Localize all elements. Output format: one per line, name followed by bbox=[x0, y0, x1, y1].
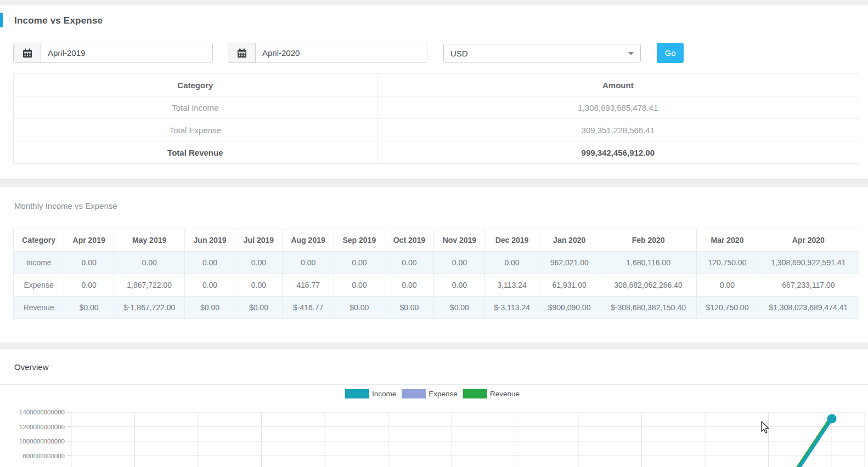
summary-category: Total Expense bbox=[14, 119, 377, 141]
cell-value: $0.00 bbox=[235, 297, 282, 319]
cell-value: 120,750.00 bbox=[697, 252, 758, 274]
cell-value: 0.00 bbox=[434, 252, 485, 274]
table-row: Total Income 1,308,693,685,478.41 bbox=[14, 96, 859, 119]
legend-label: Revenue bbox=[490, 390, 520, 398]
cell-value: $0.00 bbox=[334, 297, 385, 319]
income-vs-expense-panel: Income vs Expense bbox=[0, 5, 868, 179]
legend-item-expense[interactable]: Expense bbox=[402, 389, 458, 398]
table-row: Income0.000.000.000.000.000.000.000.000.… bbox=[14, 252, 859, 274]
column-header: Nov 2019 bbox=[434, 229, 485, 252]
summary-category: Total Income bbox=[14, 96, 377, 119]
column-header: Oct 2019 bbox=[385, 229, 434, 252]
summary-amount: 1,308,693,685,478.41 bbox=[377, 96, 859, 119]
column-header: Category bbox=[14, 229, 64, 252]
legend-label: Expense bbox=[429, 390, 458, 398]
monthly-section-title: Monthly Income vs Expense bbox=[0, 187, 868, 210]
column-header: Feb 2020 bbox=[600, 229, 697, 252]
cell-value: 667,233,117.00 bbox=[758, 274, 859, 297]
column-header: Jul 2019 bbox=[235, 229, 282, 252]
line-chart-canvas[interactable]: 1400000000000120000000000010000000000008… bbox=[0, 405, 868, 467]
y-axis-label: 1200000000000 bbox=[19, 424, 65, 430]
column-header: Dec 2019 bbox=[485, 229, 539, 252]
cell-value: 3,113.24 bbox=[485, 274, 539, 297]
chart-legend: IncomeExpenseRevenue bbox=[0, 389, 868, 398]
cell-value: 1,308,690,922,591.41 bbox=[758, 252, 859, 274]
cell-value: 0.00 bbox=[283, 252, 334, 274]
panel-title-row: Income vs Expense bbox=[0, 5, 868, 26]
currency-select[interactable]: USD bbox=[443, 44, 641, 62]
overview-header: Overview bbox=[0, 349, 868, 385]
column-header: Jan 2020 bbox=[539, 229, 600, 252]
cell-value: 0.00 bbox=[64, 274, 114, 297]
summary-header-row: Category Amount bbox=[14, 74, 859, 96]
legend-item-revenue[interactable]: Revenue bbox=[463, 389, 520, 398]
legend-swatch-icon bbox=[463, 389, 487, 398]
filters-row: USD Go bbox=[0, 43, 868, 65]
cell-value: 416.77 bbox=[283, 274, 334, 297]
cell-value: 61,931.00 bbox=[539, 274, 600, 297]
currency-selected-value: USD bbox=[450, 49, 468, 58]
overview-title: Overview bbox=[0, 362, 49, 372]
cell-value: 0.00 bbox=[185, 252, 235, 274]
y-axis-label: 1400000000000 bbox=[19, 409, 65, 415]
data-point-marker[interactable] bbox=[827, 414, 837, 424]
chevron-down-icon bbox=[628, 52, 634, 55]
column-header: Apr 2020 bbox=[758, 229, 859, 252]
row-label: Expense bbox=[14, 274, 64, 297]
from-date-group bbox=[13, 43, 213, 63]
column-header: May 2019 bbox=[114, 229, 184, 252]
from-date-calendar-addon[interactable] bbox=[14, 43, 41, 62]
cell-value: 0.00 bbox=[385, 252, 434, 274]
legend-swatch-icon bbox=[402, 389, 426, 398]
page-title: Income vs Expense bbox=[14, 15, 103, 26]
legend-label: Income bbox=[372, 390, 396, 398]
cell-value: $0.00 bbox=[385, 297, 434, 319]
column-header: Mar 2020 bbox=[697, 229, 758, 252]
cell-value: 308,682,062,266.40 bbox=[600, 274, 697, 297]
income-vs-expense-page: { "header": { "title": "Income vs Expens… bbox=[0, 0, 868, 467]
calendar-icon bbox=[22, 48, 32, 58]
row-label: Revenue bbox=[14, 297, 64, 319]
title-accent-bar bbox=[0, 13, 3, 27]
series-line-revenue bbox=[70, 419, 830, 467]
cell-value: 0.00 bbox=[185, 274, 235, 297]
cell-value: 0.00 bbox=[235, 252, 282, 274]
cell-value: 0.00 bbox=[434, 274, 485, 297]
cell-value: 0.00 bbox=[235, 274, 282, 297]
cell-value: 0.00 bbox=[385, 274, 434, 297]
summary-amount: 999,342,456,912.00 bbox=[377, 141, 859, 164]
monthly-table: CategoryApr 2019May 2019Jun 2019Jul 2019… bbox=[13, 229, 859, 319]
cell-value: 1,680,116.00 bbox=[600, 252, 697, 274]
cell-value: 0.00 bbox=[64, 252, 114, 274]
cell-value: 0.00 bbox=[114, 252, 184, 274]
legend-item-income[interactable]: Income bbox=[345, 389, 396, 398]
summary-header-amount: Amount bbox=[377, 74, 859, 96]
table-row: Total Expense 309,351,228,566.41 bbox=[14, 119, 859, 141]
go-button[interactable]: Go bbox=[657, 43, 684, 63]
monthly-header-row: CategoryApr 2019May 2019Jun 2019Jul 2019… bbox=[14, 229, 859, 252]
summary-table: Category Amount Total Income 1,308,693,6… bbox=[13, 73, 859, 164]
table-row: Total Revenue 999,342,456,912.00 bbox=[14, 141, 859, 164]
calendar-icon bbox=[237, 48, 247, 58]
overview-chart: IncomeExpenseRevenue 1400000000000120000… bbox=[0, 385, 868, 467]
cell-value: $-416.77 bbox=[283, 297, 334, 319]
y-axis-label: 1000000000000 bbox=[19, 438, 65, 445]
cell-value: $120,750.00 bbox=[697, 297, 758, 319]
to-date-input[interactable] bbox=[256, 43, 427, 62]
column-header: Sep 2019 bbox=[334, 229, 385, 252]
column-header: Apr 2019 bbox=[64, 229, 114, 252]
cell-value: $0.00 bbox=[64, 297, 114, 319]
cell-value: 0.00 bbox=[334, 274, 385, 297]
legend-swatch-icon bbox=[345, 389, 369, 398]
overview-panel: Overview IncomeExpenseRevenue 1400000000… bbox=[0, 349, 868, 467]
cell-value: 962,021.00 bbox=[539, 252, 600, 274]
summary-header-category: Category bbox=[14, 74, 377, 96]
table-row: Expense0.001,867,722.000.000.00416.770.0… bbox=[14, 274, 859, 297]
from-date-input[interactable] bbox=[41, 43, 212, 62]
to-date-calendar-addon[interactable] bbox=[228, 43, 256, 62]
mouse-cursor bbox=[759, 421, 770, 434]
summary-amount: 309,351,228,566.41 bbox=[377, 119, 859, 141]
cell-value: $0.00 bbox=[434, 297, 485, 319]
summary-category: Total Revenue bbox=[14, 141, 377, 164]
to-date-group bbox=[228, 43, 427, 63]
